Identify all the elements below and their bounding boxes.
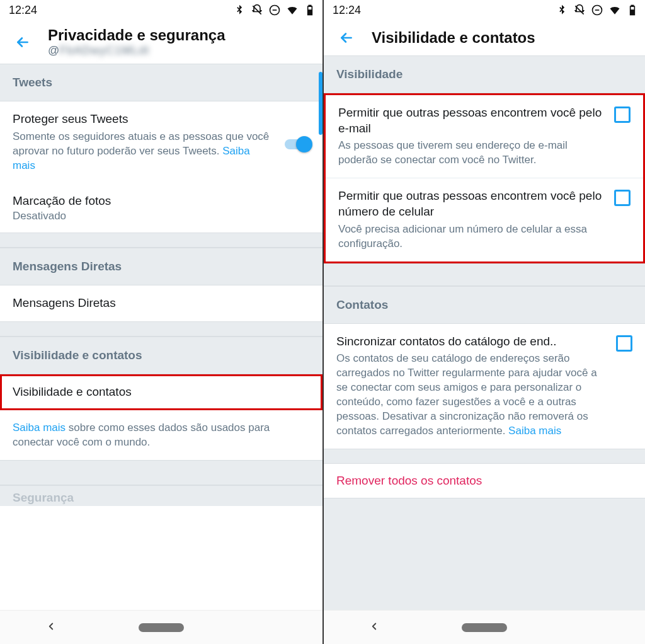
status-icons bbox=[233, 4, 316, 16]
protect-label: Proteger seus Tweets bbox=[13, 112, 275, 127]
arrow-left-icon bbox=[14, 34, 31, 50]
battery-icon bbox=[626, 4, 639, 16]
sync-checkbox[interactable] bbox=[616, 335, 632, 352]
back-button[interactable] bbox=[335, 26, 358, 49]
bottom-gap bbox=[324, 498, 645, 610]
row-dm[interactable]: Mensagens Diretas bbox=[0, 285, 322, 321]
find-phone-checkbox[interactable] bbox=[614, 190, 631, 206]
section-visibility-contacts: Visibilidade e contatos bbox=[0, 336, 322, 374]
nav-bar bbox=[324, 610, 645, 644]
find-email-label: Permitir que outras pessoas encontrem vo… bbox=[338, 105, 604, 136]
section-gap bbox=[0, 321, 322, 336]
svg-rect-3 bbox=[309, 10, 312, 14]
status-time: 12:24 bbox=[333, 4, 361, 17]
dm-label: Mensagens Diretas bbox=[13, 296, 310, 311]
status-icons bbox=[556, 4, 639, 16]
chevron-left-icon bbox=[45, 621, 57, 632]
status-time: 12:24 bbox=[9, 4, 37, 17]
sync-label: Sincronizar contatos do catálogo de end.… bbox=[336, 334, 606, 350]
highlight-discoverability: Permitir que outras pessoas encontrem vo… bbox=[324, 93, 645, 263]
find-email-desc: As pessoas que tiverem seu endereço de e… bbox=[338, 139, 604, 168]
dnd-circle-icon bbox=[591, 4, 603, 16]
battery-icon bbox=[304, 4, 316, 16]
row-find-by-email[interactable]: Permitir que outras pessoas encontrem vo… bbox=[326, 95, 643, 178]
wifi-icon bbox=[608, 4, 621, 16]
section-gap bbox=[0, 460, 322, 485]
svg-rect-7 bbox=[631, 10, 634, 14]
learn-more-link[interactable]: Saiba mais bbox=[13, 422, 66, 434]
learn-more-link[interactable]: Saiba mais bbox=[508, 425, 561, 437]
app-bar: Visibilidade e contatos bbox=[324, 20, 645, 55]
find-phone-label: Permitir que outras pessoas encontrem vo… bbox=[338, 188, 604, 219]
remove-contacts-label: Remover todos os contatos bbox=[336, 474, 632, 488]
account-handle: @FbADwyC1MLdt bbox=[48, 44, 225, 57]
nav-bar bbox=[0, 610, 322, 644]
find-email-checkbox[interactable] bbox=[614, 106, 631, 123]
tagging-label: Marcação de fotos bbox=[13, 193, 310, 209]
arrow-left-icon bbox=[338, 30, 355, 46]
wifi-icon bbox=[286, 4, 299, 16]
nav-back-button[interactable] bbox=[368, 621, 380, 635]
page-title: Visibilidade e contatos bbox=[372, 29, 535, 47]
app-bar: Privacidade e segurança @FbADwyC1MLdt bbox=[0, 20, 322, 64]
protect-desc: Somente os seguidores atuais e as pessoa… bbox=[13, 130, 275, 173]
bluetooth-icon bbox=[556, 4, 568, 16]
vc-label: Visibilidade e contatos bbox=[13, 384, 159, 400]
screen-visibility: 12:24 Visibilidade e contatos Visibilida… bbox=[322, 0, 645, 644]
find-phone-desc: Você precisa adicionar um número de celu… bbox=[338, 222, 604, 251]
back-button[interactable] bbox=[11, 31, 34, 54]
section-visibility: Visibilidade bbox=[324, 55, 645, 93]
chevron-left-icon bbox=[368, 621, 380, 632]
section-gap bbox=[0, 233, 322, 248]
nav-back-button[interactable] bbox=[45, 621, 57, 635]
row-remove-contacts[interactable]: Remover todos os contatos bbox=[324, 464, 645, 498]
page-title: Privacidade e segurança bbox=[48, 26, 225, 44]
status-bar: 12:24 bbox=[324, 0, 645, 20]
status-bar: 12:24 bbox=[0, 0, 322, 20]
screen-privacy: 12:24 Privacidade e segurança @FbADwyC1M… bbox=[0, 0, 322, 644]
section-security-peek: Segurança bbox=[0, 485, 322, 506]
nav-home-pill[interactable] bbox=[139, 623, 184, 632]
row-protect-tweets[interactable]: Proteger seus Tweets Somente os seguidor… bbox=[0, 101, 322, 183]
dnd-icon bbox=[251, 4, 263, 16]
row-find-by-phone[interactable]: Permitir que outras pessoas encontrem vo… bbox=[326, 178, 643, 261]
section-dm: Mensagens Diretas bbox=[0, 248, 322, 285]
row-visibility-contacts[interactable]: Visibilidade e contatos bbox=[0, 374, 322, 410]
protect-toggle[interactable] bbox=[285, 139, 310, 149]
section-tweets: Tweets bbox=[0, 64, 322, 101]
section-contacts: Contatos bbox=[324, 286, 645, 324]
section-gap bbox=[324, 263, 645, 286]
dnd-circle-icon bbox=[268, 4, 281, 16]
row-photo-tagging[interactable]: Marcação de fotos Desativado bbox=[0, 183, 322, 233]
bluetooth-icon bbox=[233, 4, 246, 16]
svg-rect-6 bbox=[631, 6, 633, 7]
svg-rect-2 bbox=[309, 6, 311, 7]
row-sync-contacts[interactable]: Sincronizar contatos do catálogo de end.… bbox=[324, 324, 645, 449]
section-gap bbox=[324, 449, 645, 464]
dnd-icon bbox=[573, 4, 586, 16]
info-visibility: Saiba mais sobre como esses dados são us… bbox=[0, 410, 322, 461]
nav-home-pill[interactable] bbox=[462, 623, 507, 632]
tagging-status: Desativado bbox=[13, 210, 310, 222]
sync-desc: Os contatos de seu catálogo de endereços… bbox=[336, 352, 606, 439]
